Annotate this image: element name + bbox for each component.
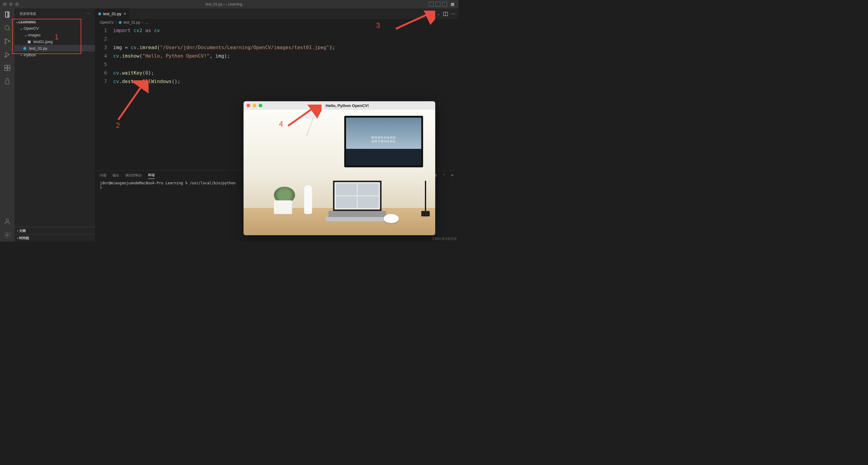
breadcrumb[interactable]: OpenCV› ⬣ test_01.py› ... xyxy=(95,19,459,26)
more-icon[interactable]: ⋯ xyxy=(451,11,455,16)
token: cv xyxy=(113,78,119,84)
outline-section[interactable]: › 大纲 xyxy=(14,227,95,234)
tab-problems[interactable]: 问题 xyxy=(100,172,106,179)
tab-test01-py[interactable]: ⬣ test_01.py ✕ xyxy=(95,8,130,19)
sidebar-header: 资源管理器 ⋯ xyxy=(14,8,95,19)
token: destroyAllWindows xyxy=(122,78,172,84)
account-icon[interactable] xyxy=(4,218,11,225)
svg-point-2 xyxy=(5,42,6,44)
token: imshow xyxy=(122,53,140,59)
explorer-sidebar: 资源管理器 ⋯ ⌄LEARNING ⌄OpenCV ⌄images ▣test0… xyxy=(14,8,95,242)
file-tree: ⌄LEARNING ⌄OpenCV ⌄images ▣test01.jpeg ⬣… xyxy=(14,19,95,227)
min-dot[interactable] xyxy=(9,2,13,6)
breadcrumb-item[interactable]: test_01.py xyxy=(123,20,140,25)
svg-point-3 xyxy=(8,41,10,42)
token: 0 xyxy=(145,70,148,76)
svg-point-4 xyxy=(5,56,6,57)
tab-output[interactable]: 输出 xyxy=(113,172,119,179)
layout-grid-icon[interactable]: ▦ xyxy=(451,2,456,7)
tree-label: Python xyxy=(24,53,36,57)
explorer-icon[interactable] xyxy=(4,11,11,18)
folder-python[interactable]: ›Python xyxy=(14,52,95,58)
section-label: 时间线 xyxy=(19,236,29,240)
imgwin-title: Hello, Python OpenCV! xyxy=(262,103,432,108)
close-icon[interactable]: ✕ xyxy=(123,11,126,16)
svg-rect-8 xyxy=(8,65,10,68)
svg-rect-6 xyxy=(5,68,7,71)
file-test01-py[interactable]: ⬣test_01.py xyxy=(14,45,95,52)
min-dot[interactable] xyxy=(253,104,256,107)
token: "Hello, Python OpenCV!" xyxy=(142,53,210,59)
sidebar-title: 资源管理器 xyxy=(20,11,36,16)
token: img xyxy=(215,53,224,59)
image-content xyxy=(244,110,435,235)
editor-tabs: ⬣ test_01.py ✕ ⌄ ⋯ xyxy=(95,8,459,19)
split-editor-icon[interactable] xyxy=(443,11,448,16)
source-control-icon[interactable] xyxy=(4,38,11,45)
file-test01-jpeg[interactable]: ▣test01.jpeg xyxy=(14,38,95,45)
settings-gear-icon[interactable] xyxy=(4,231,11,239)
token: cv xyxy=(113,70,119,76)
token: cv xyxy=(154,28,160,33)
close-dot[interactable] xyxy=(247,104,250,107)
workspace-root[interactable]: ⌄LEARNING xyxy=(14,19,95,25)
svg-rect-7 xyxy=(8,68,10,71)
token: imread xyxy=(140,44,157,50)
line-number: 5 xyxy=(95,60,107,69)
search-icon[interactable] xyxy=(4,24,11,32)
python-file-icon: ⬣ xyxy=(98,11,101,16)
svg-rect-5 xyxy=(5,65,7,68)
run-debug-icon[interactable] xyxy=(4,51,11,58)
folder-opencv[interactable]: ⌄OpenCV xyxy=(14,25,95,32)
svg-point-10 xyxy=(6,234,8,236)
breadcrumb-item[interactable]: ... xyxy=(145,20,148,25)
close-panel-icon[interactable]: ✕ xyxy=(451,173,454,177)
token: cv xyxy=(113,53,119,59)
svg-point-1 xyxy=(5,39,6,40)
token: img xyxy=(113,44,122,50)
panel-toggle-icon[interactable] xyxy=(429,2,434,7)
token: = xyxy=(122,44,131,50)
token: import xyxy=(113,28,131,33)
line-number: 7 xyxy=(95,77,107,86)
max-dot[interactable] xyxy=(15,2,19,6)
window-title: test_01.py — Learning xyxy=(19,2,429,6)
folder-images[interactable]: ⌄images xyxy=(14,32,95,38)
run-dropdown-icon[interactable]: ⌄ xyxy=(437,11,440,16)
tree-label: test01.jpeg xyxy=(33,39,53,44)
line-number: 1 xyxy=(95,26,107,35)
chevron-up-icon[interactable]: ^ xyxy=(443,173,445,177)
svg-point-9 xyxy=(6,219,8,222)
token: waitKey xyxy=(122,70,142,76)
run-play-icon[interactable] xyxy=(429,11,434,16)
extensions-icon[interactable] xyxy=(4,64,11,71)
more-icon[interactable]: ⋯ xyxy=(87,12,90,16)
tab-terminal[interactable]: 终端 xyxy=(148,172,155,179)
line-number: 2 xyxy=(95,35,107,43)
tab-label: test_01.py xyxy=(103,11,121,16)
python-file-icon: ⬣ xyxy=(119,20,122,25)
testing-icon[interactable] xyxy=(4,77,11,85)
line-number: 3 xyxy=(95,43,107,52)
max-dot[interactable] xyxy=(259,104,262,107)
panel-toggle-icon[interactable] xyxy=(442,2,447,7)
panel-toggle-icon[interactable] xyxy=(436,2,440,7)
watermark: CSDN @无限无羡 xyxy=(432,237,457,241)
breadcrumb-item[interactable]: OpenCV xyxy=(100,20,114,25)
activity-bar xyxy=(0,8,14,242)
token: "/Users/jdnr/Documents/Learning/OpenCV/i… xyxy=(160,44,329,50)
token: cv xyxy=(131,44,136,50)
timeline-section[interactable]: › 时间线 xyxy=(14,234,95,242)
title-bar: test_01.py — Learning ▦ xyxy=(0,0,459,8)
tree-label: test_01.py xyxy=(29,46,47,51)
opencv-image-window[interactable]: Hello, Python OpenCV! xyxy=(244,101,435,235)
tab-debug-console[interactable]: 调试控制台 xyxy=(125,172,142,179)
token: cv2 xyxy=(133,28,142,33)
section-label: 大纲 xyxy=(19,229,26,232)
tree-label: OpenCV xyxy=(24,26,39,31)
layout-controls: ▦ xyxy=(429,2,456,7)
close-dot[interactable] xyxy=(3,2,7,6)
line-number: 6 xyxy=(95,69,107,77)
svg-point-0 xyxy=(5,26,9,30)
traffic-lights xyxy=(3,2,19,6)
